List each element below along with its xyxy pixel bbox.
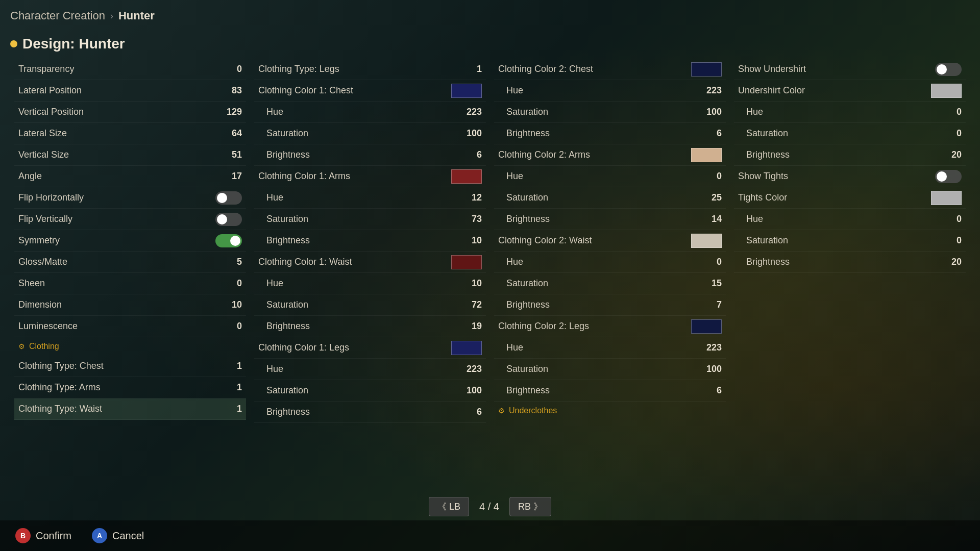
list-item[interactable]: Undershirt Color	[734, 80, 966, 102]
row-label: Show Tights	[738, 171, 788, 182]
toggle-switch[interactable]	[215, 234, 242, 247]
row-label: Gloss/Matte	[18, 257, 67, 267]
list-item[interactable]: Luminescence0	[14, 316, 246, 337]
list-item[interactable]: Brightness6	[254, 402, 486, 423]
color-swatch[interactable]	[691, 62, 722, 77]
list-item[interactable]: Show Tights	[734, 166, 966, 187]
row-label: Brightness	[506, 385, 550, 396]
list-item[interactable]: Show Undershirt	[734, 59, 966, 80]
list-item[interactable]: Brightness10	[254, 230, 486, 252]
list-item[interactable]: Clothing Type: Waist1	[14, 398, 246, 420]
list-item[interactable]: Brightness14	[494, 209, 726, 230]
list-item[interactable]: Clothing Color 1: Chest	[254, 80, 486, 102]
breadcrumb-separator: ›	[110, 11, 113, 21]
toggle-switch[interactable]	[935, 170, 962, 183]
row-label: Hue	[746, 214, 763, 224]
list-item[interactable]: Saturation100	[254, 380, 486, 402]
list-item[interactable]: Saturation15	[494, 273, 726, 294]
list-item[interactable]: Brightness6	[254, 144, 486, 166]
color-swatch[interactable]	[451, 84, 482, 98]
list-item[interactable]: Flip Horizontally	[14, 187, 246, 209]
list-item[interactable]: Hue10	[254, 273, 486, 294]
row-value: 10	[472, 278, 482, 289]
list-item[interactable]: Hue0	[734, 209, 966, 230]
row-label: Hue	[506, 171, 523, 182]
row-value: 20	[951, 257, 962, 267]
color-swatch[interactable]	[691, 319, 722, 334]
row-value: 17	[232, 171, 242, 182]
confirm-button[interactable]: B Confirm	[15, 528, 71, 543]
list-item[interactable]: Clothing Color 1: Arms	[254, 166, 486, 187]
list-item[interactable]: Tights Color	[734, 187, 966, 209]
list-item[interactable]: Saturation72	[254, 294, 486, 316]
list-item[interactable]: Brightness20	[734, 144, 966, 166]
section-label: Underclothes	[509, 406, 557, 415]
color-swatch[interactable]	[931, 84, 962, 98]
column-4: Show UndershirtUndershirt ColorHue0Satur…	[730, 59, 970, 520]
list-item[interactable]: Angle17	[14, 166, 246, 187]
list-item[interactable]: Hue12	[254, 187, 486, 209]
list-item[interactable]: Hue0	[494, 252, 726, 273]
list-item[interactable]: Sheen0	[14, 273, 246, 294]
list-item[interactable]: Clothing Color 1: Waist	[254, 252, 486, 273]
list-item[interactable]: Saturation0	[734, 230, 966, 252]
list-item[interactable]: Clothing Color 2: Chest	[494, 59, 726, 80]
row-label: Clothing Type: Legs	[258, 64, 339, 74]
list-item[interactable]: Clothing Color 2: Legs	[494, 316, 726, 337]
list-item[interactable]: Hue0	[494, 166, 726, 187]
list-item[interactable]: Saturation100	[254, 123, 486, 144]
color-swatch[interactable]	[691, 148, 722, 162]
row-label: Brightness	[746, 149, 790, 160]
color-swatch[interactable]	[451, 255, 482, 269]
color-swatch[interactable]	[931, 191, 962, 205]
list-item[interactable]: Brightness7	[494, 294, 726, 316]
row-label: Hue	[266, 278, 283, 289]
row-label: Symmetry	[18, 235, 60, 246]
list-item[interactable]: Hue0	[734, 102, 966, 123]
row-value: 0	[957, 214, 962, 224]
list-item[interactable]: Hue223	[254, 102, 486, 123]
row-label: Show Undershirt	[738, 64, 806, 74]
list-item[interactable]: Brightness19	[254, 316, 486, 337]
list-item[interactable]: Brightness20	[734, 252, 966, 273]
list-item[interactable]: Clothing Color 1: Legs	[254, 337, 486, 359]
row-value: 0	[237, 321, 242, 332]
row-label: Saturation	[746, 235, 788, 246]
list-item[interactable]: Clothing Color 2: Waist	[494, 230, 726, 252]
list-item[interactable]: Saturation100	[494, 102, 726, 123]
column-3: Clothing Color 2: ChestHue223Saturation1…	[490, 59, 730, 520]
list-item[interactable]: Symmetry	[14, 230, 246, 252]
list-item[interactable]: Clothing Type: Arms1	[14, 377, 246, 398]
list-item[interactable]: Saturation25	[494, 187, 726, 209]
list-item[interactable]: Transparency0	[14, 59, 246, 80]
list-item[interactable]: Flip Vertically	[14, 209, 246, 230]
list-item[interactable]: Lateral Position83	[14, 80, 246, 102]
toggle-switch[interactable]	[935, 63, 962, 76]
list-item[interactable]: Clothing Type: Legs1	[254, 59, 486, 80]
list-item[interactable]: Vertical Size51	[14, 144, 246, 166]
list-item[interactable]: Lateral Size64	[14, 123, 246, 144]
breadcrumb-parent[interactable]: Character Creation	[10, 9, 105, 22]
list-item[interactable]: Hue223	[494, 80, 726, 102]
list-item[interactable]: Brightness6	[494, 123, 726, 144]
list-item[interactable]: Dimension10	[14, 294, 246, 316]
rb-button[interactable]: RB 》	[509, 497, 551, 516]
list-item[interactable]: Clothing Type: Chest1	[14, 356, 246, 377]
color-swatch[interactable]	[451, 169, 482, 184]
list-item[interactable]: Vertical Position129	[14, 102, 246, 123]
lb-button[interactable]: 《 LB	[429, 497, 469, 516]
list-item[interactable]: Gloss/Matte5	[14, 252, 246, 273]
list-item[interactable]: Saturation100	[494, 359, 726, 380]
toggle-switch[interactable]	[215, 191, 242, 205]
list-item[interactable]: Brightness6	[494, 380, 726, 402]
color-swatch[interactable]	[451, 341, 482, 355]
list-item[interactable]: Saturation73	[254, 209, 486, 230]
toggle-switch[interactable]	[215, 213, 242, 226]
color-swatch[interactable]	[691, 234, 722, 248]
list-item[interactable]: Clothing Color 2: Arms	[494, 144, 726, 166]
cancel-button[interactable]: A Cancel	[92, 528, 144, 543]
list-item[interactable]: Hue223	[494, 337, 726, 359]
list-item[interactable]: Hue223	[254, 359, 486, 380]
row-label: Hue	[506, 85, 523, 96]
list-item[interactable]: Saturation0	[734, 123, 966, 144]
